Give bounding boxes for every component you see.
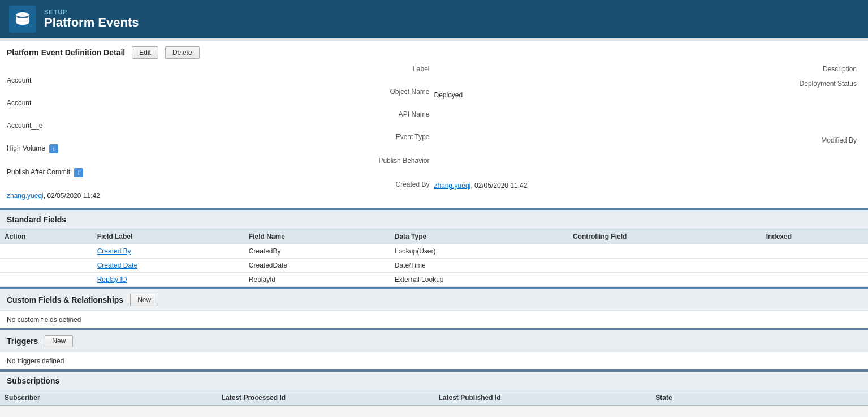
cell-data-type: External Lookup (390, 273, 568, 287)
subscriptions-col-state: State (651, 390, 868, 405)
cell-field-label[interactable]: Created Date (93, 259, 244, 273)
standard-fields-title: Standard Fields (7, 215, 66, 224)
label-field-value: Account (7, 75, 434, 86)
standard-fields-table: Action Field Label Field Name Data Type … (0, 229, 868, 287)
modified-by-link[interactable]: zhang.yueqi (434, 182, 471, 190)
standard-fields-tbody: Created ByCreatedByLookup(User)Created D… (0, 244, 868, 287)
subscriptions-col-subscriber: Subscriber (0, 390, 217, 405)
cell-indexed (762, 273, 868, 287)
cell-data-type: Lookup(User) (390, 244, 568, 259)
detail-title-row: Platform Event Definition Detail Edit De… (7, 41, 861, 63)
api-name-label: API Name (7, 109, 434, 120)
detail-grid: Label Account Object Name Account API Na… (7, 63, 861, 201)
publish-behavior-label: Publish Behavior (7, 155, 434, 166)
created-by-label: Created By (7, 179, 434, 190)
api-name-value: Account__e (7, 120, 434, 131)
triggers-header: Triggers New (0, 329, 868, 352)
table-row: Created ByCreatedByLookup(User) (0, 244, 868, 259)
detail-left-col: Label Account Object Name Account API Na… (7, 63, 434, 201)
created-by-link[interactable]: zhang.yueqi (7, 192, 44, 200)
custom-fields-title: Custom Fields & Relationships (7, 295, 123, 304)
publish-behavior-value: Publish After Commit i (7, 166, 434, 179)
triggers-new-button[interactable]: New (45, 335, 73, 347)
cell-field-name: CreatedDate (244, 259, 390, 273)
cell-field-label[interactable]: Replay ID (93, 273, 244, 287)
cell-field-name: ReplayId (244, 273, 390, 287)
description-label: Description (434, 63, 862, 75)
standard-fields-header-row: Action Field Label Field Name Data Type … (0, 229, 868, 244)
cell-controlling-field (568, 273, 762, 287)
main-content: Platform Event Definition Detail Edit De… (0, 41, 868, 406)
page-title: Platform Events (44, 15, 139, 30)
detail-right-col: Description Deployment Status Deployed M… (434, 63, 862, 201)
modified-by-value: zhang.yueqi, 02/05/2020 11:42 (434, 180, 862, 191)
setup-label: SETUP (44, 8, 139, 15)
table-row: Created DateCreatedDateDate/Time (0, 259, 868, 273)
event-type-value: High Volume i (7, 143, 434, 155)
custom-fields-section: Custom Fields & Relationships New No cus… (0, 287, 868, 328)
col-field-name: Field Name (244, 229, 390, 244)
cell-action (0, 259, 93, 273)
detail-section-title: Platform Event Definition Detail (7, 48, 125, 57)
svg-point-0 (16, 12, 29, 17)
modified-by-label: Modified By (434, 135, 862, 146)
edit-button[interactable]: Edit (132, 46, 158, 59)
cell-field-name: CreatedBy (244, 244, 390, 259)
standard-fields-section: Standard Fields Action Field Label Field… (0, 209, 868, 287)
delete-button[interactable]: Delete (165, 46, 200, 59)
triggers-title: Triggers (7, 337, 38, 346)
deployment-status-value: Deployed (434, 89, 862, 101)
publish-behavior-info-icon[interactable]: i (74, 168, 83, 177)
custom-fields-new-button[interactable]: New (130, 294, 158, 306)
cell-field-label[interactable]: Created By (93, 244, 244, 259)
cell-controlling-field (568, 259, 762, 273)
label-field-label: Label (7, 63, 434, 75)
app-header: SETUP Platform Events (0, 0, 868, 38)
subscriptions-col-latest-published: Latest Published Id (434, 390, 651, 405)
deployment-status-label: Deployment Status (434, 78, 862, 89)
cell-controlling-field (568, 244, 762, 259)
col-controlling-field: Controlling Field (568, 229, 762, 244)
table-row: Replay IDReplayIdExternal Lookup (0, 273, 868, 287)
created-by-value: zhang.yueqi, 02/05/2020 11:42 (7, 190, 434, 201)
col-indexed: Indexed (762, 229, 868, 244)
event-type-label: Event Type (7, 131, 434, 143)
col-field-label: Field Label (93, 229, 244, 244)
cell-action (0, 273, 93, 287)
standard-fields-thead: Action Field Label Field Name Data Type … (0, 229, 868, 244)
cell-indexed (762, 244, 868, 259)
standard-fields-header: Standard Fields (0, 209, 868, 229)
cell-data-type: Date/Time (390, 259, 568, 273)
subscriptions-title: Subscriptions (7, 376, 59, 385)
field-label-link[interactable]: Created By (97, 247, 131, 255)
col-data-type: Data Type (390, 229, 568, 244)
event-type-info-icon[interactable]: i (49, 144, 58, 153)
cell-action (0, 244, 93, 259)
subscriptions-table-header: Subscriber Latest Processed Id Latest Pu… (0, 390, 868, 406)
triggers-no-records: No triggers defined (0, 352, 868, 369)
cell-indexed (762, 259, 868, 273)
app-header-text: SETUP Platform Events (44, 8, 139, 30)
subscriptions-col-latest-processed: Latest Processed Id (217, 390, 434, 405)
field-label-link[interactable]: Created Date (97, 261, 137, 269)
subscriptions-header: Subscriptions (0, 371, 868, 390)
object-name-value: Account (7, 97, 434, 109)
detail-section: Platform Event Definition Detail Edit De… (0, 41, 868, 209)
app-icon (9, 6, 36, 33)
subscriptions-section: Subscriptions Subscriber Latest Processe… (0, 369, 868, 406)
field-label-link[interactable]: Replay ID (97, 276, 127, 283)
triggers-section: Triggers New No triggers defined (0, 328, 868, 369)
custom-fields-header: Custom Fields & Relationships New (0, 288, 868, 311)
col-action: Action (0, 229, 93, 244)
custom-fields-no-records: No custom fields defined (0, 311, 868, 328)
object-name-label: Object Name (7, 86, 434, 97)
